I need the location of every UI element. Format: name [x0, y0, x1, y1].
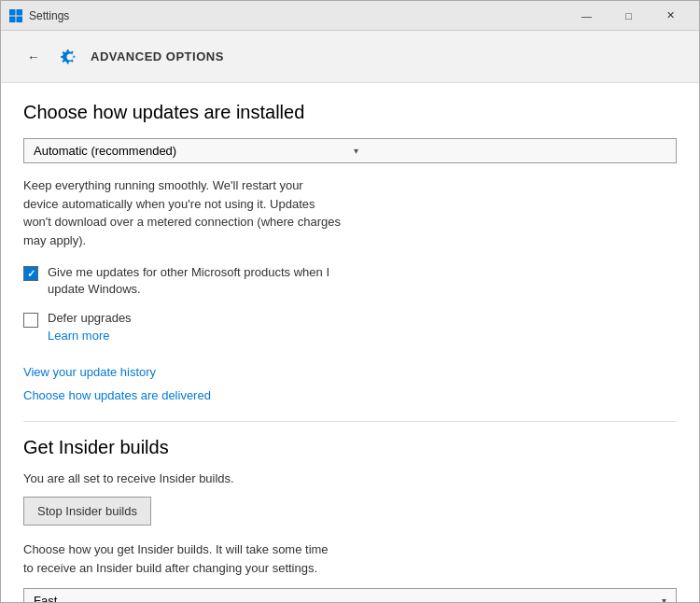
- window-controls: — □ ✕: [566, 1, 692, 31]
- back-button[interactable]: ←: [20, 43, 48, 71]
- header-bar: ← ADVANCED OPTIONS: [1, 31, 699, 83]
- checkbox-microsoft-products-input[interactable]: ✓: [23, 266, 38, 281]
- dropdown-value: Automatic (recommended): [34, 144, 346, 158]
- minimize-button[interactable]: —: [566, 1, 608, 31]
- close-button[interactable]: ✕: [650, 1, 692, 31]
- maximize-button[interactable]: □: [608, 1, 650, 31]
- window-icon: [8, 8, 23, 23]
- checkbox-microsoft-products: ✓ Give me updates for other Microsoft pr…: [23, 264, 341, 298]
- content-area: Choose how updates are installed Automat…: [1, 83, 699, 602]
- update-description: Keep everything running smoothly. We'll …: [23, 176, 341, 249]
- section-divider: [23, 421, 677, 422]
- insider-speed-dropdown[interactable]: Fast ▾: [23, 588, 677, 602]
- main-window: Settings — □ ✕ ← ADVANCED OPTIONS Choose…: [0, 0, 700, 603]
- learn-more-link[interactable]: Learn more: [48, 329, 109, 343]
- stop-insider-button[interactable]: Stop Insider builds: [23, 497, 151, 526]
- svg-rect-2: [9, 16, 16, 22]
- svg-rect-3: [17, 16, 23, 22]
- page-title: ADVANCED OPTIONS: [91, 49, 224, 63]
- dropdown-arrow-icon: ▾: [354, 146, 666, 156]
- section-title: Choose how updates are installed: [23, 102, 677, 123]
- defer-label: Defer upgrades: [48, 311, 132, 325]
- insider-status-text: You are all set to receive Insider build…: [23, 471, 677, 485]
- checkbox-microsoft-products-label: Give me updates for other Microsoft prod…: [48, 264, 341, 298]
- checkmark-icon: ✓: [27, 268, 35, 280]
- insider-dropdown-arrow-icon: ▾: [662, 596, 666, 602]
- update-mode-dropdown[interactable]: Automatic (recommended) ▾: [23, 138, 677, 163]
- checkbox-defer-input[interactable]: [23, 313, 38, 328]
- view-history-link[interactable]: View your update history: [23, 365, 156, 379]
- gear-icon: [59, 46, 81, 68]
- insider-section-title: Get Insider builds: [23, 437, 677, 458]
- svg-rect-0: [9, 9, 16, 16]
- svg-rect-1: [17, 9, 23, 16]
- insider-description: Choose how you get Insider builds. It wi…: [23, 540, 341, 577]
- back-arrow-icon: ←: [27, 49, 40, 64]
- choose-delivery-link[interactable]: Choose how updates are delivered: [23, 388, 211, 402]
- checkbox-defer-upgrades: Defer upgrades Learn more: [23, 311, 341, 352]
- insider-dropdown-value: Fast: [34, 594, 57, 602]
- title-bar: Settings — □ ✕: [1, 1, 699, 31]
- defer-section: Defer upgrades Learn more: [48, 311, 132, 352]
- window-title: Settings: [29, 9, 566, 22]
